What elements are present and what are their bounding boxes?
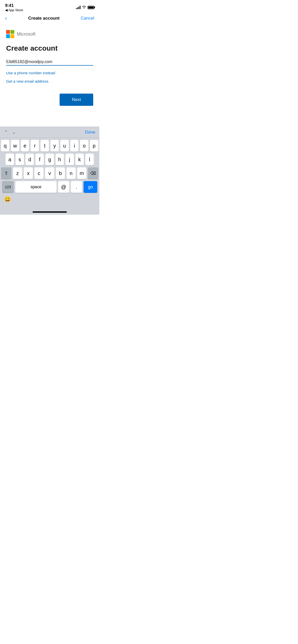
numbers-key[interactable]: 123 (2, 181, 14, 193)
status-time: 9:41 (5, 3, 14, 8)
app-store-back: ◀ App Store (5, 8, 23, 12)
key-b[interactable]: b (56, 167, 65, 179)
key-v[interactable]: v (45, 167, 54, 179)
next-button-container: Next (6, 94, 93, 106)
toolbar-arrows: ⌃ ⌄ (4, 129, 16, 135)
home-indicator (33, 211, 67, 213)
key-u[interactable]: u (60, 140, 69, 152)
keyboard-row-2: a s d f g h j k l (1, 154, 98, 165)
microsoft-logo: Microsoft (6, 30, 93, 38)
shift-key[interactable]: ⇧ (1, 167, 11, 179)
keyboard-row-1: q w e r t y u i o p (1, 140, 98, 152)
at-key[interactable]: @ (58, 181, 69, 193)
ms-green-square (10, 30, 14, 34)
key-s[interactable]: s (16, 154, 24, 165)
key-h[interactable]: h (56, 154, 64, 165)
email-input-container[interactable] (6, 60, 93, 66)
page-heading: Create account (6, 44, 93, 52)
key-l[interactable]: l (85, 154, 94, 165)
status-icons (76, 5, 94, 9)
cancel-button[interactable]: Cancel (81, 16, 94, 21)
ms-grid-icon (6, 30, 14, 38)
key-w[interactable]: w (11, 140, 19, 152)
wifi-icon (82, 5, 86, 9)
nav-bar: ‹ Create account Cancel (0, 13, 99, 24)
email-input[interactable] (6, 60, 93, 64)
key-m[interactable]: m (77, 167, 86, 179)
keyboard-toolbar: ⌃ ⌄ Done (0, 127, 99, 138)
back-button[interactable]: ‹ (5, 16, 7, 21)
microsoft-name: Microsoft (17, 32, 35, 37)
delete-key[interactable]: ⌫ (88, 167, 98, 179)
keyboard-row-3: ⇧ z x c v b n m ⌫ (1, 167, 98, 179)
signal-icon (76, 6, 80, 9)
key-a[interactable]: a (6, 154, 14, 165)
key-p[interactable]: p (90, 140, 98, 152)
toolbar-up-arrow[interactable]: ⌃ (4, 129, 8, 135)
status-bar: 9:41 ◀ App Store (0, 0, 99, 13)
key-n[interactable]: n (66, 167, 76, 179)
key-i[interactable]: i (70, 140, 79, 152)
key-z[interactable]: z (13, 167, 22, 179)
new-email-link[interactable]: Get a new email address (6, 79, 93, 83)
key-e[interactable]: e (21, 140, 29, 152)
key-t[interactable]: t (40, 140, 49, 152)
emoji-bar: 😀 (1, 194, 98, 205)
emoji-button[interactable]: 😀 (4, 196, 11, 203)
phone-number-link[interactable]: Use a phone number instead (6, 71, 93, 75)
key-k[interactable]: k (75, 154, 84, 165)
ms-red-square (6, 30, 10, 34)
keyboard: q w e r t y u i o p a s d f g h j k l ⇧ … (0, 138, 99, 215)
dot-key[interactable]: . (71, 181, 82, 193)
key-o[interactable]: o (80, 140, 88, 152)
key-q[interactable]: q (1, 140, 9, 152)
space-key[interactable]: space (15, 181, 57, 193)
ms-yellow-square (10, 34, 14, 38)
toolbar-down-arrow[interactable]: ⌄ (12, 129, 16, 135)
battery-icon (88, 6, 94, 9)
main-content: Microsoft Create account Use a phone num… (0, 24, 99, 106)
key-r[interactable]: r (31, 140, 39, 152)
ms-blue-square (6, 34, 10, 38)
key-f[interactable]: f (35, 154, 44, 165)
key-c[interactable]: c (34, 167, 44, 179)
key-g[interactable]: g (45, 154, 54, 165)
nav-title: Create account (28, 16, 60, 21)
keyboard-bottom-row: 123 space @ . go (1, 181, 98, 193)
key-d[interactable]: d (25, 154, 34, 165)
key-y[interactable]: y (50, 140, 59, 152)
toolbar-done-button[interactable]: Done (85, 130, 95, 135)
key-x[interactable]: x (24, 167, 33, 179)
go-key[interactable]: go (84, 181, 97, 193)
key-j[interactable]: j (65, 154, 74, 165)
next-button[interactable]: Next (60, 94, 93, 106)
